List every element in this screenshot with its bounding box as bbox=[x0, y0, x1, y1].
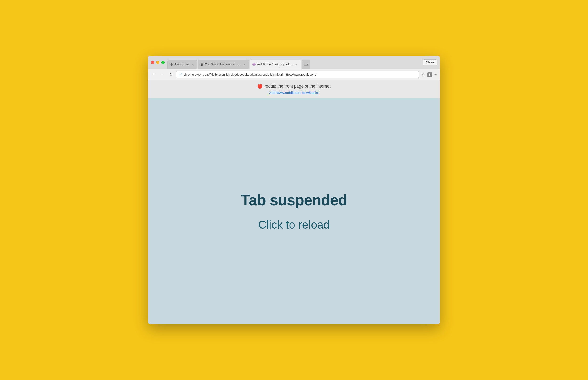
reload-text: Click to reload bbox=[258, 218, 330, 231]
whitelist-link[interactable]: Add www.reddit.com to whitelist bbox=[269, 91, 319, 95]
maximize-traffic-light[interactable] bbox=[161, 61, 165, 64]
menu-icon[interactable]: ≡ bbox=[433, 72, 437, 78]
minimize-traffic-light[interactable] bbox=[156, 61, 159, 64]
great-suspender-tab-icon: ⏸ bbox=[200, 63, 204, 66]
tab-reddit-label: reddit: the front page of th… bbox=[257, 63, 294, 66]
traffic-lights bbox=[151, 61, 165, 64]
suspended-title: Tab suspended bbox=[241, 191, 347, 209]
tab-great-suspender-close[interactable]: × bbox=[243, 63, 247, 66]
nav-icons-right: ☆ i ≡ bbox=[421, 71, 437, 78]
page-title: reddit: the front page of the internet bbox=[264, 84, 330, 89]
tab-great-suspender[interactable]: ⏸ The Great Suspender - Ch… × bbox=[198, 60, 249, 69]
page-title-row: 🔴 reddit: the front page of the internet bbox=[257, 84, 330, 89]
tab-reddit[interactable]: 👾 reddit: the front page of th… × bbox=[250, 60, 301, 69]
extension-icon[interactable]: i bbox=[427, 72, 432, 77]
nav-bar: ← → ↻ 📄 chrome-extension://klbibkeccnjlk… bbox=[148, 69, 440, 80]
title-bar: ⚙ Extensions × ⏸ The Great Suspender - C… bbox=[148, 56, 440, 69]
info-bar: 🔴 reddit: the front page of the internet… bbox=[148, 80, 440, 98]
main-content[interactable]: Tab suspended Click to reload bbox=[148, 98, 440, 324]
reddit-icon: 🔴 bbox=[257, 84, 262, 89]
tab-extensions-label: Extensions bbox=[174, 63, 190, 66]
new-tab-button[interactable]: ▭ bbox=[302, 60, 311, 69]
tab-great-suspender-label: The Great Suspender - Ch… bbox=[205, 63, 242, 66]
reddit-tab-icon: 👾 bbox=[252, 63, 256, 66]
reload-button[interactable]: ↻ bbox=[168, 71, 174, 78]
back-button[interactable]: ← bbox=[151, 71, 157, 78]
tabs-container: ⚙ Extensions × ⏸ The Great Suspender - C… bbox=[168, 56, 421, 69]
address-text: chrome-extension://klbibkeccnjlkjkiokjod… bbox=[184, 73, 416, 76]
extensions-tab-icon: ⚙ bbox=[170, 63, 173, 66]
address-bar[interactable]: 📄 chrome-extension://klbibkeccnjlkjkiokj… bbox=[176, 71, 419, 78]
clean-button[interactable]: Clean bbox=[423, 59, 437, 65]
tab-extensions[interactable]: ⚙ Extensions × bbox=[168, 60, 197, 69]
star-icon[interactable]: ☆ bbox=[421, 71, 426, 78]
address-bar-icon: 📄 bbox=[178, 73, 182, 76]
browser-window: ⚙ Extensions × ⏸ The Great Suspender - C… bbox=[148, 56, 440, 324]
forward-button[interactable]: → bbox=[159, 71, 166, 78]
tab-extensions-close[interactable]: × bbox=[191, 63, 195, 66]
tab-reddit-close[interactable]: × bbox=[295, 63, 299, 66]
close-traffic-light[interactable] bbox=[151, 61, 154, 64]
